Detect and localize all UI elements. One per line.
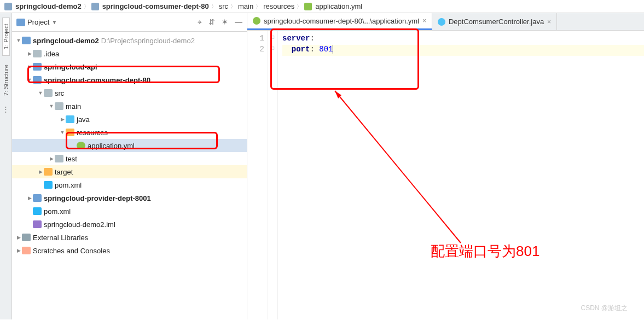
tab-label: springcloud-comsumer-dept-80\...\applica… [264, 17, 419, 25]
fold-icon[interactable]: ⊟ [268, 34, 277, 45]
iml-icon [33, 220, 42, 228]
folder-icon [55, 102, 63, 110]
yaml-key: server [282, 34, 310, 43]
chevron-down-icon[interactable]: ▼ [37, 90, 44, 96]
tree-label: resources [77, 129, 108, 137]
chevron-right-icon: 〉 [84, 3, 89, 10]
chevron-down-icon[interactable]: ▼ [48, 103, 55, 109]
tree-label: springcloud-api [44, 63, 97, 71]
tree-item-pom2[interactable]: pom.xml [12, 205, 247, 218]
module-icon [91, 3, 99, 10]
yaml-key: port [292, 45, 310, 54]
line-number: 2 [247, 45, 264, 56]
chevron-down-icon: ▼ [51, 19, 57, 25]
tree-item-external-libs[interactable]: ▶ External Libraries [12, 231, 247, 244]
tree-label: src [55, 89, 64, 97]
chevron-right-icon: 〉 [230, 3, 236, 10]
line-gutter: 1 2 [247, 31, 268, 319]
tree-item-java[interactable]: ▶ java [12, 113, 247, 126]
text-caret [333, 45, 333, 54]
yml-icon [253, 17, 260, 25]
tree-item-api[interactable]: ▶ springcloud-api [12, 60, 247, 73]
tree-item-target[interactable]: ▶ target [12, 165, 247, 178]
chevron-right-icon[interactable]: ▶ [15, 235, 22, 240]
bc-item[interactable]: springcloud-comsumer-dept-80 [102, 2, 209, 10]
tree-item-root[interactable]: ▼ springcloud-demo2 D:\Project\springclo… [12, 34, 247, 47]
tree-item-application-yml[interactable]: application.yml [12, 139, 247, 152]
tree-label: Scratches and Consoles [33, 247, 110, 255]
folder-icon [55, 155, 63, 162]
bc-item[interactable]: src [219, 2, 228, 10]
tree-item-scratches[interactable]: ▶ Scratches and Consoles [12, 244, 247, 257]
annotation-text: 配置端口号为801 [431, 242, 539, 261]
module-icon [22, 37, 31, 44]
line-number: 1 [247, 34, 264, 45]
yaml-value: 801 [319, 45, 333, 54]
dots-icon[interactable]: ⋮ [2, 105, 9, 113]
tree-item-iml[interactable]: springcloud-demo2.iml [12, 218, 247, 231]
fold-column: ⊟ ⊟ [268, 31, 278, 319]
editor-area: springcloud-comsumer-dept-80\...\applica… [247, 13, 644, 319]
tree-item-consumer[interactable]: ▼ springcloud-comsumer-dept-80 [12, 73, 247, 86]
settings-icon[interactable]: ✶ [222, 18, 228, 27]
tree-item-idea[interactable]: ▶ .idea [12, 47, 247, 60]
collapse-icon[interactable]: ⇵ [208, 18, 215, 27]
chevron-right-icon[interactable]: ▶ [26, 51, 33, 56]
side-tab-project[interactable]: 1: Project [2, 18, 10, 56]
editor-tabs: springcloud-comsumer-dept-80\...\applica… [247, 13, 644, 31]
chevron-right-icon[interactable]: ▶ [26, 195, 33, 201]
bc-item[interactable]: resources [263, 2, 294, 10]
tree-label: .idea [44, 50, 59, 58]
chevron-right-icon[interactable]: ▶ [26, 64, 33, 69]
tree-item-test[interactable]: ▶ test [12, 152, 247, 165]
bc-item[interactable]: application.yml [315, 2, 362, 10]
chevron-down-icon[interactable]: ▼ [26, 77, 33, 83]
tree-label: External Libraries [33, 234, 88, 242]
project-title-dropdown[interactable]: Project ▼ [16, 18, 57, 26]
tree-item-main[interactable]: ▼ main [12, 100, 247, 113]
side-tab-structure[interactable]: 7: Structure [3, 61, 9, 100]
locate-icon[interactable]: ⌖ [198, 18, 202, 27]
module-icon [33, 194, 42, 202]
close-icon[interactable]: × [547, 18, 551, 26]
tree-item-pom[interactable]: pom.xml [12, 178, 247, 191]
module-icon [33, 76, 42, 84]
chevron-right-icon: 〉 [256, 3, 261, 10]
tree-path: D:\Project\springcloud-demo2 [101, 37, 195, 45]
tab-deptcomsumercontroller[interactable]: DeptComsumerController.java × [432, 13, 557, 30]
yml-icon [304, 3, 312, 10]
chevron-right-icon[interactable]: ▶ [48, 156, 55, 161]
code-content[interactable]: server: port: 801 [278, 31, 644, 319]
resources-folder-icon [66, 129, 74, 136]
excluded-folder-icon [44, 168, 53, 176]
tree-label: springcloud-demo2.iml [44, 220, 115, 229]
side-tool-tabs: 1: Project 7: Structure ⋮ [0, 13, 12, 319]
watermark: CSDN @游坦之 [581, 304, 628, 313]
tab-application-yml[interactable]: springcloud-comsumer-dept-80\...\applica… [247, 13, 432, 30]
tree-label: pom.xml [55, 181, 82, 189]
chevron-down-icon[interactable]: ▼ [15, 38, 22, 43]
bc-item[interactable]: springcloud-demo2 [15, 2, 82, 10]
project-tree: ▼ springcloud-demo2 D:\Project\springclo… [12, 32, 247, 319]
tree-item-provider[interactable]: ▶ springcloud-provider-dept-8001 [12, 191, 247, 205]
fold-icon[interactable]: ⊟ [268, 45, 277, 56]
chevron-down-icon[interactable]: ▼ [59, 130, 66, 135]
tree-item-resources[interactable]: ▼ resources [12, 126, 247, 139]
tree-item-src[interactable]: ▼ src [12, 86, 247, 100]
chevron-right-icon[interactable]: ▶ [37, 169, 44, 174]
close-icon[interactable]: × [422, 17, 426, 25]
folder-icon [44, 89, 53, 97]
hide-icon[interactable]: — [235, 18, 242, 27]
code-editor[interactable]: 1 2 ⊟ ⊟ server: port: 801 [247, 31, 644, 319]
scratch-icon [22, 247, 31, 254]
bc-item[interactable]: main [238, 2, 253, 10]
folder-icon [33, 50, 42, 57]
java-class-icon [438, 18, 445, 26]
tree-label: java [77, 115, 90, 124]
chevron-right-icon[interactable]: ▶ [59, 117, 66, 122]
maven-icon [44, 181, 53, 189]
project-title-label: Project [27, 18, 49, 26]
tree-label: springcloud-demo2 [33, 37, 99, 45]
source-folder-icon [66, 115, 74, 123]
chevron-right-icon[interactable]: ▶ [15, 248, 22, 253]
